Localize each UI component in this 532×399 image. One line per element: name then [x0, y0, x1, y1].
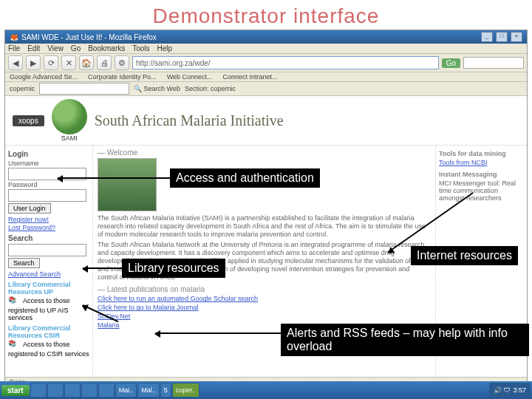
menu-view[interactable]: View	[47, 44, 64, 52]
latest-pubs-heading: — Latest publications on malaria	[98, 285, 431, 293]
annotation-arrow	[83, 267, 122, 269]
maximize-button[interactable]: □	[496, 32, 508, 42]
site-search-input[interactable]	[8, 244, 86, 256]
bookmark-item[interactable]: Google Advanced Se...	[10, 73, 78, 81]
address-bar[interactable]: http://sami.org.za/wde/	[132, 56, 439, 69]
menu-help[interactable]: Help	[157, 44, 173, 52]
windows-taskbar: start Mai.. Mal.. 5 coper.. 🔊 🛡 3:57	[0, 381, 532, 399]
lost-password-link[interactable]: Lost Password?	[8, 224, 89, 231]
scholar-search-link[interactable]: Click here to run an automated Google Sc…	[98, 295, 431, 302]
slide-title: Demonstrator interface	[0, 0, 532, 30]
library-csir-heading: Library Commercial Resources CSIR	[8, 324, 89, 339]
nav-toolbar: ◀ ▶ ⟳ ✕ 🏠 🖨 ⚙ http://sami.org.za/wde/ Go	[5, 54, 527, 72]
im-heading: Instant Messaging	[439, 171, 524, 178]
copernic-input[interactable]	[39, 83, 129, 95]
stop-button[interactable]: ✕	[61, 55, 76, 70]
banner-title: South African Malaria Initiative	[95, 112, 284, 129]
library-icon[interactable]: 📚	[8, 340, 21, 350]
welcome-heading: — Welcome	[98, 149, 431, 157]
bookmark-item[interactable]: Connect Intranet...	[223, 73, 278, 81]
system-tray[interactable]: 🔊 🛡 3:57	[489, 383, 531, 398]
taskbar-app[interactable]: 5	[160, 383, 171, 398]
advanced-search-link[interactable]: Advanced Search	[8, 270, 89, 278]
back-button[interactable]: ◀	[8, 55, 23, 70]
annotation-arrow	[58, 177, 170, 179]
annotation-library: Library resources	[122, 259, 225, 278]
welcome-image	[98, 158, 157, 211]
intro-paragraph-1: The South African Malaria Initiative (SA…	[98, 214, 431, 238]
password-label: Password	[8, 181, 89, 188]
bookmarks-toolbar: Google Advanced Se... Corporate Identity…	[5, 72, 527, 82]
bookmark-item[interactable]: Corporate Identity Po...	[88, 73, 157, 81]
menu-tools[interactable]: Tools	[132, 44, 149, 52]
tray-icon[interactable]: 🛡	[504, 386, 511, 394]
menu-edit[interactable]: Edit	[27, 44, 40, 52]
malaria-journal-link[interactable]: Click here to go to Malaria Journal	[98, 304, 431, 311]
menu-bookmarks[interactable]: Bookmarks	[88, 44, 125, 52]
browser-search-input[interactable]	[463, 57, 524, 69]
menu-go[interactable]: Go	[71, 44, 81, 52]
taskbar-app[interactable]: Mal..	[137, 383, 160, 398]
annotation-internet: Internet resources	[411, 246, 518, 265]
copernic-toolbar: copernic 🔍 Search Web Section: copernic	[5, 82, 527, 96]
bookmark-item[interactable]: Web Connect...	[167, 73, 213, 81]
taskbar-app[interactable]: Mai..	[115, 383, 137, 398]
taskbar-item[interactable]	[30, 383, 47, 398]
copernic-section[interactable]: Section: copernic	[185, 85, 236, 92]
minimize-button[interactable]: _	[481, 32, 493, 42]
menu-file[interactable]: File	[8, 44, 20, 52]
print-button[interactable]: 🖨	[97, 55, 112, 70]
firefox-icon: 🦊	[10, 33, 18, 41]
reload-button[interactable]: ⟳	[44, 55, 58, 70]
copernic-brand: copernic	[10, 85, 35, 92]
annotation-arrow	[155, 332, 281, 334]
tray-icon[interactable]: 🔊	[494, 386, 502, 394]
start-button[interactable]: start	[1, 385, 30, 396]
scidev-link[interactable]: SciDev.Net	[98, 313, 431, 320]
clock: 3:57	[513, 386, 526, 394]
sami-label: SAMI	[52, 134, 87, 142]
im-text: MCI Messenger tool: Real time communicat…	[439, 180, 524, 202]
copernic-search-button[interactable]: 🔍 Search Web	[134, 85, 180, 92]
annotation-access: Access and authentication	[170, 168, 320, 188]
go-button[interactable]: Go	[442, 58, 460, 68]
site-search-button[interactable]: Search	[8, 258, 40, 268]
taskbar-item[interactable]	[64, 383, 81, 398]
site-banner: xoops SAMI South African Malaria Initiat…	[5, 96, 527, 146]
window-title: SAMI WDE - Just Use It! - Mozilla Firefo…	[21, 33, 157, 41]
menu-bar: File Edit View Go Bookmarks Tools Help	[5, 44, 527, 54]
login-heading: Login	[8, 150, 89, 158]
taskbar-item[interactable]	[98, 383, 115, 398]
left-sidebar: Login Username Password User Login Regis…	[5, 146, 93, 377]
taskbar-item[interactable]	[47, 383, 64, 398]
home-button[interactable]: 🏠	[79, 55, 94, 70]
forward-button[interactable]: ▶	[26, 55, 41, 70]
search-heading: Search	[8, 234, 89, 242]
annotation-alerts: Alerts and RSS feeds – may help with inf…	[281, 324, 529, 356]
tools-heading: Tools for data mining	[439, 150, 524, 157]
ncbi-tools-link[interactable]: Tools from NCBI	[439, 159, 488, 166]
password-input[interactable]	[8, 189, 86, 202]
library-up-heading: Library Commercial Resources UP	[8, 281, 89, 296]
taskbar-app[interactable]: coper..	[172, 383, 200, 398]
username-label: Username	[8, 160, 89, 167]
library-icon[interactable]: 📚	[8, 296, 21, 307]
options-button[interactable]: ⚙	[115, 55, 129, 70]
login-button[interactable]: User Login	[8, 203, 51, 214]
sami-globe-icon	[52, 99, 87, 134]
xoops-logo: xoops	[13, 115, 44, 126]
taskbar-item[interactable]	[81, 383, 98, 398]
window-titlebar: 🦊 SAMI WDE - Just Use It! - Mozilla Fire…	[5, 30, 527, 44]
close-button[interactable]: ×	[511, 32, 522, 42]
register-link[interactable]: Register now!	[8, 216, 89, 223]
